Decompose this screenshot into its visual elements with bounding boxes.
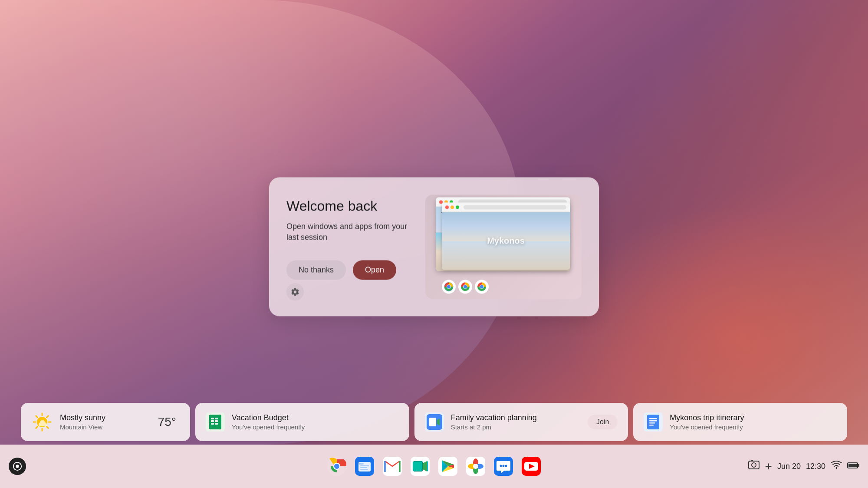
svg-rect-27	[215, 423, 218, 425]
weather-card[interactable]: Mostly sunny Mountain View 75°	[21, 403, 190, 441]
svg-line-18	[36, 427, 38, 429]
session-preview: TRAVEL THE WORLD Mykonos Mykonos	[425, 195, 582, 299]
svg-rect-58	[413, 462, 422, 471]
svg-rect-78	[848, 464, 857, 467]
svg-point-68	[500, 465, 502, 467]
photos-app-icon[interactable]	[464, 454, 488, 478]
vacation-budget-subtitle: You've opened frequently	[232, 423, 399, 431]
mykonos-itinerary-subtitle: You've opened frequently	[670, 423, 837, 431]
svg-rect-25	[215, 420, 218, 422]
browser-toolbar-front	[442, 202, 570, 212]
svg-rect-29	[429, 418, 436, 426]
vacation-budget-card[interactable]: Vacation Budget You've opened frequently	[195, 403, 409, 441]
wifi-icon[interactable]	[831, 461, 842, 472]
svg-rect-26	[211, 423, 214, 425]
weather-icon	[31, 411, 53, 433]
launcher-button[interactable]	[9, 458, 26, 475]
screenshot-icon[interactable]	[748, 459, 760, 474]
svg-point-3	[447, 285, 450, 288]
svg-line-16	[47, 427, 49, 429]
svg-rect-45	[360, 467, 367, 468]
svg-point-70	[505, 465, 507, 467]
front-browser-content: Mykonos	[442, 212, 570, 270]
add-icon[interactable]: +	[765, 459, 772, 473]
suggestion-bar: Mostly sunny Mountain View 75° Vacation …	[21, 403, 847, 441]
chrome-app-icon[interactable]	[325, 454, 349, 478]
files-app-icon[interactable]	[352, 454, 377, 478]
shelf: + Jun 20 12:30	[0, 445, 868, 488]
shelf-apps	[325, 454, 543, 478]
youtube-app-icon[interactable]	[519, 454, 543, 478]
family-vacation-title: Family vacation planning	[451, 413, 581, 422]
mykonos-itinerary-text: Mykonos trip itinerary You've opened fre…	[670, 413, 837, 431]
weather-temperature: 75°	[158, 415, 176, 429]
vacation-budget-text: Vacation Budget You've opened frequently	[232, 413, 399, 431]
mykonos-label: Mykonos	[487, 236, 525, 246]
browser-url-front	[464, 205, 566, 209]
svg-rect-43	[358, 463, 364, 465]
date-display[interactable]: Jun 20	[777, 462, 801, 471]
svg-rect-74	[749, 461, 759, 469]
mykonos-itinerary-card[interactable]: Mykonos trip itinerary You've opened fre…	[633, 403, 847, 441]
shelf-right: + Jun 20 12:30	[748, 459, 859, 474]
min-dot-front	[450, 205, 454, 209]
welcome-dialog: Welcome back Open windows and apps from …	[269, 177, 599, 316]
family-vacation-subtitle: Starts at 2 pm	[451, 423, 581, 431]
svg-rect-35	[649, 425, 654, 426]
chrome-icon-3	[475, 280, 489, 293]
sheets-icon	[206, 412, 225, 432]
svg-point-9	[480, 285, 483, 288]
svg-rect-46	[360, 469, 368, 470]
mykonos-itinerary-title: Mykonos trip itinerary	[670, 413, 837, 422]
time-display[interactable]: 12:30	[806, 462, 825, 471]
family-vacation-text: Family vacation planning Starts at 2 pm	[451, 413, 581, 431]
svg-point-69	[503, 465, 505, 467]
svg-rect-44	[360, 465, 369, 466]
join-button[interactable]: Join	[588, 415, 618, 429]
messages-app-icon[interactable]	[491, 454, 516, 478]
close-dot-front	[445, 205, 449, 209]
chrome-icon-2	[458, 280, 472, 293]
play-app-icon[interactable]	[436, 454, 460, 478]
family-vacation-card[interactable]: Family vacation planning Starts at 2 pm …	[414, 403, 628, 441]
battery-icon[interactable]	[847, 461, 859, 472]
svg-line-15	[36, 416, 38, 418]
svg-rect-33	[649, 420, 657, 422]
dialog-buttons: No thanks Open	[286, 260, 411, 280]
dialog-settings-button[interactable]	[286, 283, 304, 300]
svg-line-17	[47, 416, 49, 418]
shelf-left	[9, 458, 26, 475]
svg-rect-22	[211, 418, 214, 419]
svg-point-75	[752, 463, 756, 467]
screenshot-preview: TRAVEL THE WORLD Mykonos Mykonos	[425, 195, 582, 299]
docs-icon	[644, 412, 663, 432]
preview-chrome-icons	[442, 280, 489, 293]
dialog-title: Welcome back	[286, 198, 411, 214]
no-thanks-button[interactable]: No thanks	[286, 260, 346, 280]
gmail-app-icon[interactable]	[380, 454, 404, 478]
svg-rect-79	[858, 464, 859, 467]
weather-text: Mostly sunny Mountain View	[60, 413, 151, 431]
svg-rect-31	[647, 415, 659, 429]
vacation-budget-title: Vacation Budget	[232, 413, 399, 422]
meet-app-icon[interactable]	[408, 454, 432, 478]
weather-location: Mountain View	[60, 423, 151, 431]
max-dot-front	[456, 205, 459, 209]
meet-icon	[425, 412, 444, 432]
svg-point-66	[473, 464, 478, 469]
dialog-left: Welcome back Open windows and apps from …	[286, 195, 411, 280]
svg-rect-23	[215, 418, 218, 419]
open-button[interactable]: Open	[353, 260, 396, 280]
svg-point-6	[464, 285, 467, 288]
svg-rect-34	[649, 422, 655, 424]
svg-rect-32	[649, 418, 657, 419]
browser-window-front: Mykonos	[442, 202, 570, 270]
svg-point-37	[16, 465, 19, 468]
chrome-icon-1	[442, 280, 456, 293]
svg-rect-76	[751, 460, 753, 461]
weather-condition: Mostly sunny	[60, 413, 151, 422]
svg-rect-24	[211, 420, 214, 422]
dialog-description: Open windows and apps from your last ses…	[286, 221, 411, 243]
